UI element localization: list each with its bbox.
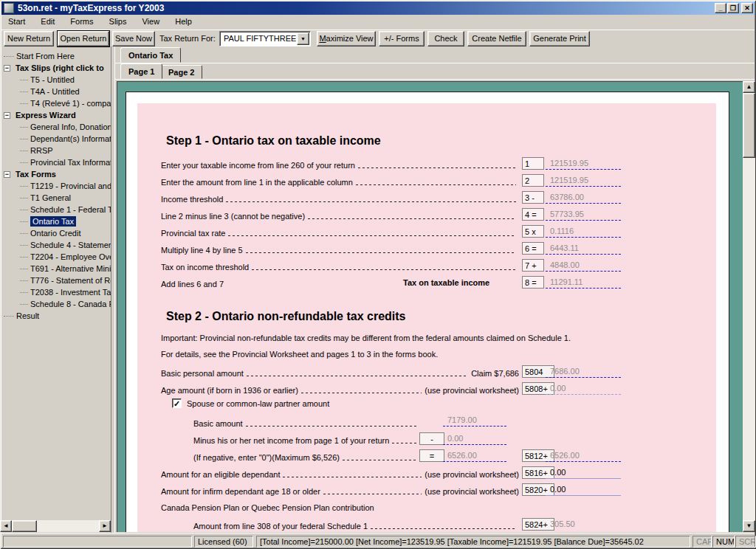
panel-splitter[interactable]	[111, 46, 115, 533]
form-row: (If negative, enter "0")(Maximum $6,526)	[193, 452, 419, 462]
form-row: Tax on income threshold	[161, 261, 519, 272]
dash-filler	[301, 389, 422, 393]
tab-ontario-tax[interactable]: Ontario Tax	[120, 47, 181, 63]
form-row: Line 2 minus line 3 (cannot be negative)	[161, 210, 519, 221]
collapse-icon[interactable]: −	[4, 112, 10, 119]
app-icon	[4, 3, 14, 13]
field-label: Basic personal amount	[161, 369, 244, 378]
field-input[interactable]: 0.00	[546, 466, 621, 479]
license-status: Licensed (60)	[194, 536, 253, 548]
status-pane-empty	[3, 536, 192, 548]
menu-bar: Start Edit Forms Slips View Help	[1, 15, 755, 30]
tab-page-2[interactable]: Page 2	[160, 65, 202, 79]
spouse-amount-checkbox[interactable]: ✓	[172, 398, 182, 408]
field-label: Multiply line 4 by line 5	[161, 246, 243, 255]
tab-page-1[interactable]: Page 1	[120, 63, 162, 79]
field-label: Line 2 minus line 3 (cannot be negative)	[161, 212, 305, 221]
collapse-icon[interactable]: −	[4, 65, 10, 72]
create-netfile-button[interactable]: Create Netfile	[467, 31, 526, 46]
line-number-box: 2	[522, 174, 544, 187]
sidebar-item-t2038[interactable]: T2038 - Investment Ta	[0, 286, 111, 298]
field-value: 4848.00	[546, 259, 621, 272]
dash-filler	[392, 439, 416, 443]
menu-view[interactable]: View	[135, 15, 166, 30]
sidebar-item-t691[interactable]: T691 - Alternative Minin	[0, 263, 111, 274]
sidebar-hscrollbar[interactable]: ◄ ►	[0, 520, 111, 532]
sidebar-item-t4[interactable]: T4 (Relevé 1) - compan	[0, 97, 111, 109]
sidebar-item-t776[interactable]: T776 - Statement of Re	[0, 274, 111, 286]
form-row: Enter your taxable income from line 260 …	[161, 159, 519, 170]
dash-filler	[246, 249, 516, 253]
close-button[interactable]: ✕	[741, 3, 753, 13]
chevron-down-icon[interactable]: ▼	[297, 32, 309, 45]
check-button[interactable]: Check	[427, 31, 464, 46]
sidebar-item-ontario-tax[interactable]: Ontario Tax	[0, 215, 111, 227]
sidebar-item-t1-general[interactable]: T1 General	[0, 192, 111, 204]
sidebar-item-rrsp[interactable]: RRSP	[0, 145, 111, 156]
page-tab-divider	[115, 79, 755, 80]
sidebar-item-provincial-tax[interactable]: Provincial Tax Informat	[0, 156, 111, 168]
save-now-button[interactable]: Save Now	[112, 31, 155, 46]
hscrollbar-thumb[interactable]	[12, 520, 37, 532]
field-label: Amount from line 308 of your federal Sch…	[193, 522, 368, 531]
dash-filler	[246, 422, 416, 427]
sidebar-item-schedule4[interactable]: Schedule 4 - Statement	[0, 239, 111, 251]
dash-filler	[358, 164, 516, 168]
sidebar-item-schedule1[interactable]: Schedule 1 - Federal Ta	[0, 204, 111, 215]
scroll-down-icon[interactable]: ▼	[743, 520, 755, 532]
field-value: 305.50	[546, 518, 621, 531]
forms-tree: Start From Here −Tax Slips (right click …	[0, 46, 111, 520]
worksheet-hint-label: (use provincial worksheet)	[425, 470, 519, 479]
sidebar-group-tax-slips[interactable]: −Tax Slips (right click to	[0, 62, 111, 74]
open-return-button[interactable]: Open Return	[58, 31, 109, 46]
menu-edit[interactable]: Edit	[34, 15, 61, 30]
form-row: Amount for infirm dependant age 18 or ol…	[161, 486, 519, 496]
sidebar-item-schedule8[interactable]: Schedule 8 - Canada Pe	[0, 298, 111, 310]
new-return-button[interactable]: New Return	[4, 31, 54, 46]
scroll-left-icon[interactable]: ◄	[0, 520, 12, 532]
field-value: 11291.11	[546, 276, 621, 289]
collapse-icon[interactable]: −	[4, 171, 10, 178]
sidebar-item-t5[interactable]: T5 - Untitled	[0, 74, 111, 86]
sidebar-item-start-from-here[interactable]: Start From Here	[0, 50, 111, 62]
sidebar-item-general-info[interactable]: General Info, Donation	[0, 121, 111, 133]
generate-print-button[interactable]: Generate Print	[529, 31, 590, 46]
sidebar-item-t1219[interactable]: T1219 - Provincial and T	[0, 180, 111, 192]
minimize-button[interactable]: _	[715, 3, 726, 13]
worksheet-hint-label: (use provincial worksheet)	[425, 386, 519, 395]
form-row: Basic amount	[193, 418, 419, 428]
field-value: 6443.11	[546, 242, 621, 255]
scroll-up-icon[interactable]: ▲	[743, 81, 755, 93]
field-input[interactable]: 0.00	[546, 483, 621, 496]
field-value: 121519.95	[546, 157, 621, 170]
maximize-view-button[interactable]: Maximize View	[317, 31, 376, 46]
sidebar-group-express-wizard[interactable]: −Express Wizard	[0, 109, 111, 121]
taxpayer-select[interactable]: PAUL FIFTYTHREE ▼	[219, 31, 311, 46]
sidebar-item-dependants[interactable]: Dependant(s) Informat	[0, 133, 111, 145]
line-number-box: 7 +	[522, 259, 544, 272]
sidebar-group-tax-forms[interactable]: −Tax Forms	[0, 168, 111, 180]
menu-forms[interactable]: Forms	[63, 15, 100, 30]
field-value: 6526.00	[546, 449, 621, 462]
tax-return-for-label: Tax Return For:	[159, 34, 216, 43]
sidebar-item-t2204[interactable]: T2204 - Employee Over	[0, 251, 111, 263]
plus-minus-forms-button[interactable]: +/- Forms	[379, 31, 425, 46]
form-vscrollbar[interactable]: ▲ ▼	[743, 81, 755, 532]
line-number-box: 8 =	[522, 276, 544, 289]
menu-start[interactable]: Start	[1, 15, 32, 30]
sidebar-item-t4a[interactable]: T4A - Untitled	[0, 86, 111, 97]
dash-filler	[283, 473, 422, 477]
form-row: Age amount (if born in 1936 or earlier)(…	[161, 384, 519, 395]
dash-filler	[343, 456, 416, 460]
scroll-right-icon[interactable]: ►	[99, 520, 111, 532]
menu-help[interactable]: Help	[168, 15, 199, 30]
vscrollbar-thumb[interactable]	[743, 93, 755, 158]
menu-slips[interactable]: Slips	[103, 15, 134, 30]
sidebar-item-result[interactable]: Result	[0, 310, 111, 322]
dash-filler	[356, 181, 516, 185]
sidebar-item-ontario-credit[interactable]: Ontario Credit	[0, 227, 111, 239]
restore-button[interactable]: ❐	[727, 3, 739, 13]
form-row: Enter the amount from line 1 in the appl…	[161, 176, 519, 187]
dash-filler	[247, 372, 468, 376]
spouse-amount-label: Spouse or common-law partner amount	[187, 399, 329, 408]
